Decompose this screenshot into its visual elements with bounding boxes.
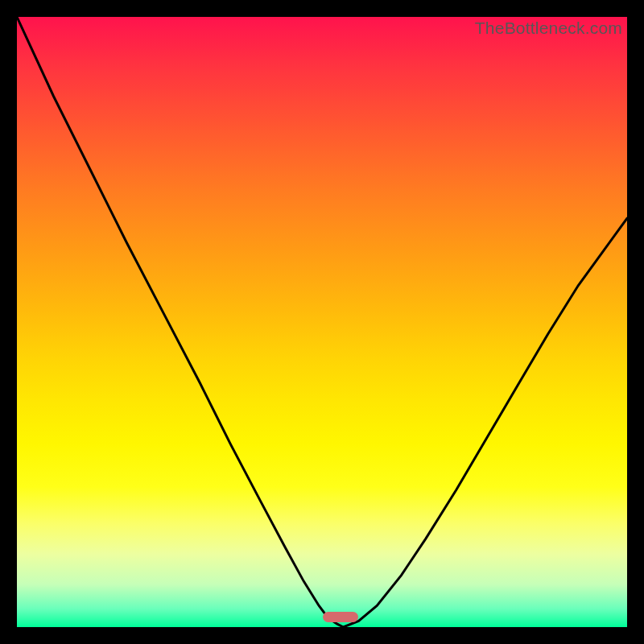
bottleneck-curve	[17, 17, 627, 627]
plot-area: TheBottleneck.com	[17, 17, 627, 627]
chart-frame: TheBottleneck.com	[0, 0, 644, 644]
optimal-marker	[323, 612, 358, 622]
